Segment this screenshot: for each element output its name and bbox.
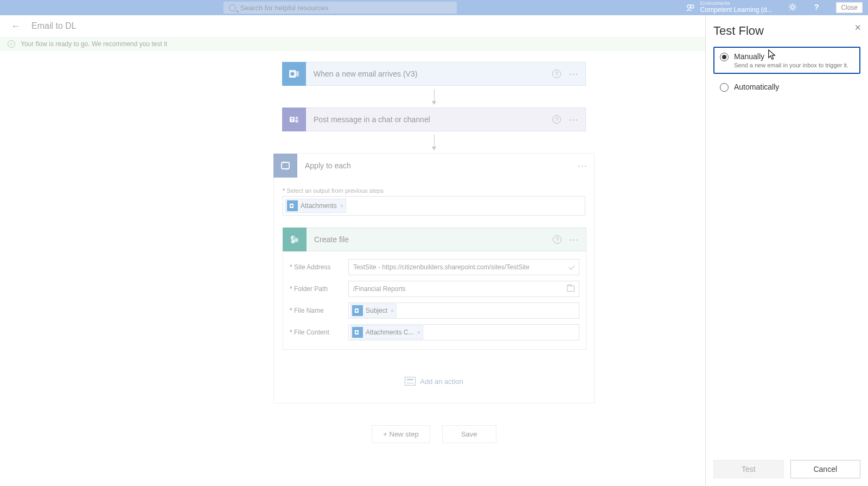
teams-icon: T	[282, 108, 306, 131]
back-arrow-icon[interactable]: ←	[11, 21, 21, 32]
gear-icon[interactable]	[788, 3, 797, 13]
close-icon[interactable]: ✕	[854, 23, 861, 33]
apply-to-each-container: Apply to each ⋯ * Select an output from …	[273, 153, 595, 403]
more-icon[interactable]: ⋯	[569, 68, 579, 80]
svg-text:T: T	[291, 117, 294, 122]
test-flow-panel: ✕ Test Flow Manually Send a new email in…	[705, 15, 868, 486]
create-file-card: S Create file ? ⋯ Site Address TestSite …	[283, 228, 586, 350]
svg-point-13	[291, 205, 293, 207]
remove-token-icon[interactable]: ×	[340, 203, 343, 209]
save-button[interactable]: Save	[442, 425, 496, 443]
panel-footer: Test Cancel	[713, 460, 860, 478]
radio-icon	[720, 53, 729, 61]
svg-rect-10	[295, 119, 298, 123]
add-action-button[interactable]: Add an action	[283, 377, 585, 386]
create-file-title: Create file	[307, 235, 553, 244]
add-action-icon	[405, 377, 416, 386]
help-icon[interactable]: ?	[553, 235, 561, 244]
header-right: Environments Competent Learning (d... ? …	[686, 0, 863, 15]
help-icon[interactable]: ?	[812, 3, 821, 13]
create-file-header[interactable]: S Create file ? ⋯	[283, 228, 586, 251]
svg-point-1	[691, 5, 694, 8]
file-name-input[interactable]: Subject ×	[348, 302, 579, 319]
svg-rect-6	[295, 71, 299, 77]
file-content-label: File Content	[290, 329, 348, 336]
arrow-down-icon	[434, 89, 435, 104]
attachments-token[interactable]: Attachments ×	[285, 199, 346, 213]
file-name-label: File Name	[290, 307, 348, 314]
help-icon[interactable]: ?	[552, 70, 561, 78]
svg-point-9	[296, 117, 298, 119]
search-input[interactable]: Search for helpful resources	[224, 2, 457, 14]
close-tooltip: Close	[836, 2, 863, 13]
app-header: Search for helpful resources Environment…	[0, 0, 868, 15]
teams-action-card[interactable]: T Post message in a chat or channel ? ⋯	[282, 108, 586, 131]
outlook-token-icon	[352, 327, 363, 338]
more-icon[interactable]: ⋯	[569, 233, 579, 245]
environment-picker[interactable]: Environments Competent Learning (d...	[700, 1, 773, 14]
check-circle-icon: ✓	[8, 40, 15, 48]
sharepoint-icon: S	[283, 228, 307, 251]
svg-point-5	[291, 72, 295, 76]
subject-token[interactable]: Subject ×	[350, 304, 397, 318]
radio-automatically[interactable]: Automatically	[713, 77, 860, 97]
svg-text:?: ?	[814, 3, 819, 11]
svg-point-0	[687, 5, 691, 8]
svg-text:S: S	[292, 236, 296, 241]
radio-manually[interactable]: Manually Send a new email in your inbox …	[713, 47, 860, 74]
environment-icon	[686, 3, 695, 12]
outlook-token-icon	[287, 200, 298, 211]
help-icon[interactable]: ?	[552, 115, 561, 124]
site-address-select[interactable]: TestSite - https://citizenbuilders.share…	[348, 259, 579, 275]
more-icon[interactable]: ⋯	[577, 160, 588, 172]
teams-title: Post message in a chat or channel	[306, 115, 552, 124]
page-title: Email to DL	[31, 21, 76, 31]
search-placeholder: Search for helpful resources	[240, 4, 329, 12]
remove-token-icon[interactable]: ×	[391, 307, 394, 314]
arrow-down-icon	[434, 135, 435, 150]
attachments-content-token[interactable]: Attachments C... ×	[350, 325, 423, 339]
panel-title: Test Flow	[713, 24, 860, 38]
apply-title: Apply to each	[297, 161, 577, 170]
outlook-icon	[282, 62, 306, 86]
apply-to-each-header[interactable]: Apply to each ⋯	[274, 154, 594, 178]
svg-rect-11	[282, 162, 289, 169]
more-icon[interactable]: ⋯	[569, 113, 579, 125]
apply-output-input[interactable]: Attachments ×	[283, 196, 585, 216]
test-button[interactable]: Test	[713, 460, 784, 478]
loop-icon	[273, 154, 297, 178]
trigger-card[interactable]: When a new email arrives (V3) ? ⋯	[282, 62, 586, 86]
radio-icon	[720, 83, 729, 92]
svg-point-21	[356, 331, 358, 333]
notification-text: Your flow is ready to go. We recommend y…	[21, 40, 167, 48]
trigger-title: When a new email arrives (V3)	[306, 70, 552, 78]
svg-point-2	[791, 5, 794, 9]
folder-path-label: Folder Path	[290, 285, 348, 293]
chevron-down-icon	[569, 263, 575, 269]
folder-picker-icon[interactable]	[567, 286, 575, 292]
site-address-label: Site Address	[290, 263, 348, 271]
outlook-token-icon	[352, 305, 363, 316]
remove-token-icon[interactable]: ×	[417, 329, 420, 336]
cancel-button[interactable]: Cancel	[790, 460, 861, 478]
create-file-body: Site Address TestSite - https://citizenb…	[283, 251, 586, 350]
folder-path-input[interactable]: /Financial Reports	[348, 281, 579, 297]
apply-field-label: * Select an output from previous steps	[283, 187, 585, 194]
new-step-button[interactable]: + New step	[372, 425, 430, 443]
svg-point-19	[356, 310, 358, 312]
search-icon	[229, 4, 236, 11]
file-content-input[interactable]: Attachments C... ×	[348, 324, 579, 340]
